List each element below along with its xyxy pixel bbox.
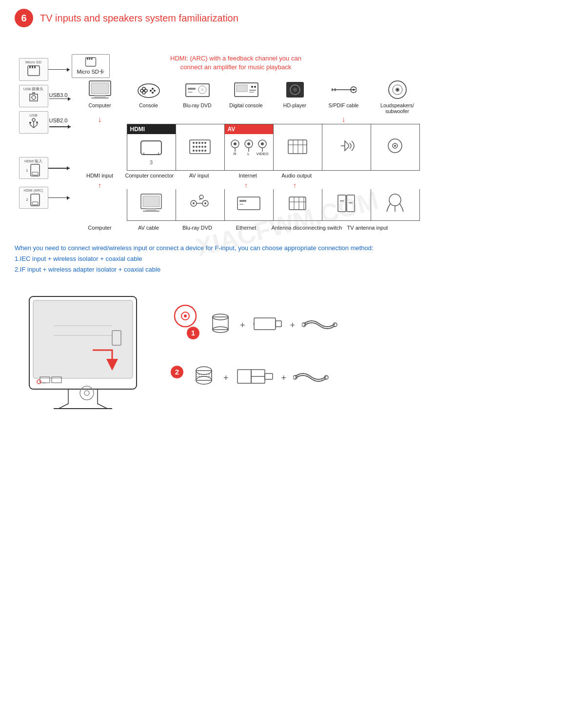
device-arrows: ↓ ↓ [76,115,555,124]
devices-row: Computer Console Blu-ray DVD [76,80,555,114]
main-diagram-content: Micro SD卡 Computer Con [76,54,555,233]
svg-point-60 [193,146,195,148]
svg-point-5 [32,118,35,121]
svg-point-56 [196,142,198,144]
svg-point-74 [247,142,250,145]
hdmi-arc2-icon-box: HDMI (ARC) 2 [19,187,48,208]
svg-point-65 [193,150,195,152]
svg-rect-3 [34,66,36,68]
port2-tv-antenna [371,189,419,221]
component-flat-cylinder [191,364,217,389]
svg-point-28 [152,88,154,90]
connection-option-1: 1 + [171,292,559,339]
svg-point-23 [138,84,159,98]
header: 6 TV inputs and speakers system familiar… [15,9,559,27]
svg-rect-101 [239,204,243,205]
svg-point-27 [144,89,147,92]
svg-point-111 [389,194,401,206]
svg-point-31 [150,90,152,92]
svg-rect-114 [33,300,133,378]
svg-rect-108 [347,195,355,212]
row2-arrows: ↑ ↑ ↑ [76,181,555,189]
svg-rect-99 [238,197,260,210]
svg-point-87 [394,145,396,147]
svg-point-116 [80,386,94,400]
device-digital-console: Digital console [222,80,271,114]
component-coaxial1 [302,314,339,334]
svg-rect-90 [146,209,157,211]
device-spdif: S/PDIF cable [319,80,368,114]
svg-rect-144 [265,374,273,379]
svg-point-48 [353,89,355,91]
svg-point-77 [261,142,264,145]
component-adapter1 [252,314,283,334]
svg-rect-89 [143,196,159,207]
svg-rect-141 [238,370,251,383]
info-text: When you need to connect wired/wireless … [15,243,559,275]
svg-point-52 [396,89,398,91]
connection-options: 1 + [171,287,559,389]
svg-point-55 [193,142,195,144]
tv-illustration: ← [15,287,151,433]
svg-rect-131 [254,318,276,330]
svg-point-62 [198,146,200,148]
svg-point-26 [140,89,143,92]
ports-table-row1: HDMI 3 AV [127,124,420,171]
port-hdmi: HDMI 3 [127,124,176,171]
component-block-adapter [236,367,275,386]
svg-point-66 [196,150,198,152]
port-av: AV R L [224,124,273,171]
port-computer-connector [176,124,224,171]
port-audio-circular [371,124,419,171]
svg-rect-16 [87,58,88,59]
svg-point-59 [204,142,206,144]
svg-rect-100 [239,200,246,202]
svg-rect-18 [91,58,92,59]
device-console: Console [124,80,173,114]
svg-point-93 [193,202,195,204]
svg-rect-32 [186,84,209,97]
device-hd-player: HD-player [271,80,319,114]
microsd-icon-box: Micro SD [19,58,48,81]
svg-point-96 [204,202,206,204]
port2-av-cable [176,189,224,221]
svg-rect-79 [288,140,307,154]
svg-point-40 [254,86,256,88]
port-labels-row1: HDMI input Computer connector AV input I… [76,171,555,180]
svg-rect-2 [32,66,33,68]
usb-camera-icon-box: USB 摄像头 [19,85,48,107]
microsd-label: Micro SD卡 [72,54,555,78]
device-bluray: Blu-ray DVD [173,80,222,114]
svg-point-30 [152,92,154,94]
usb-icon-box: USB [19,111,48,134]
svg-point-127 [184,315,187,317]
svg-rect-9 [29,122,31,123]
svg-rect-1 [29,66,31,68]
port2-computer [127,189,176,221]
svg-point-45 [293,88,297,92]
svg-rect-132 [276,321,281,327]
svg-rect-137 [196,371,212,380]
svg-point-57 [198,142,200,144]
svg-point-61 [196,146,198,148]
svg-rect-91 [143,211,159,212]
svg-rect-33 [188,88,196,90]
port-labels-row2: Computer AV cable Blu-ray DVD Ethernet A… [76,223,555,233]
svg-rect-21 [94,96,106,98]
port2-bluray [224,189,273,221]
svg-rect-14 [32,202,38,205]
left-icon-microsd: Micro SD [19,58,71,81]
svg-point-29 [154,90,156,92]
svg-rect-20 [91,83,109,94]
svg-rect-38 [237,85,247,92]
left-icon-usb-camera: USB 摄像头 USB3.0 [19,85,71,107]
svg-point-71 [234,142,237,145]
svg-point-67 [198,150,200,152]
svg-point-64 [204,146,206,148]
device-loudspeakers: Loudspeakers/ subwoofer [368,80,427,114]
bottom-diagram: ← 1 [15,287,559,433]
left-icon-hdmi1: HDMI 输入 1 [19,157,71,179]
component-coaxial2 [293,367,330,386]
left-icon-usb: USB USB2.0 [19,111,71,134]
port-internet [273,124,322,171]
